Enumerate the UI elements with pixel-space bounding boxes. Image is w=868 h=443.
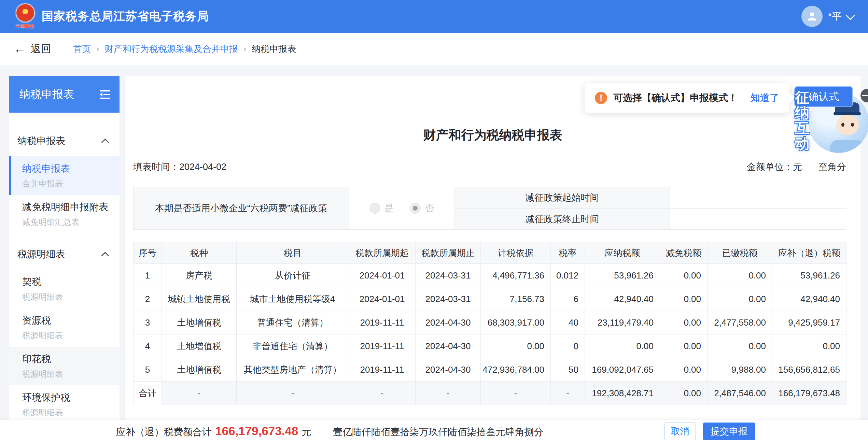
radio-label: 否 <box>425 202 434 215</box>
mascot-eye <box>851 123 854 127</box>
table-total-cell: - <box>237 382 349 405</box>
back-button[interactable]: ← 返回 <box>14 42 51 56</box>
sidebar-group-header[interactable]: 纳税申报表 <box>9 130 120 152</box>
fill-time: 填表时间：2024-04-02 <box>133 161 226 173</box>
sidebar-item-减免税明细申报附表[interactable]: 减免税明细申报附表减免明细汇总表 <box>9 195 120 233</box>
column-header: 已缴税额 <box>708 242 772 264</box>
page: 中国税务 国家税务总局江苏省电子税务局 *平 ← 返回 首页 › 财产和行为税税… <box>0 0 868 443</box>
sidebar-title: 纳税申报表 <box>19 87 74 102</box>
column-header: 税种 <box>162 242 237 264</box>
sidebar-item-subtitle: 合并申报表 <box>22 178 114 189</box>
tax-bureau-logo: 中国税务 <box>16 3 35 29</box>
table-cell: 9,988.00 <box>708 358 772 382</box>
collapse-sidebar-icon[interactable] <box>99 89 111 100</box>
table-total-cell: - <box>416 382 481 405</box>
assistant-badge-char: 纳 <box>795 105 809 120</box>
radio-option-否[interactable]: 否 <box>410 202 434 215</box>
table-total-cell: - <box>349 382 416 405</box>
breadcrumb-bar: ← 返回 首页 › 财产和行为税税源采集及合并申报 › 纳税申报表 <box>0 33 868 65</box>
sidebar-nav: 纳税申报表纳税申报表合并申报表减免税明细申报附表减免明细汇总表税源明细表契税税源… <box>9 113 120 420</box>
person-icon <box>805 10 819 23</box>
sidebar-group-label: 纳税申报表 <box>17 134 65 147</box>
table-header-row: 序号税种税目税款所属期起税款所属期止计税依据税率应纳税额减免税额已缴税额应补（退… <box>134 242 846 264</box>
national-emblem-icon <box>16 3 35 23</box>
table-cell: 7,156.73 <box>481 287 551 311</box>
breadcrumb-home[interactable]: 首页 <box>73 43 91 55</box>
sidebar-item-subtitle: 税源明细表 <box>22 369 114 380</box>
mascot-eye <box>841 123 844 127</box>
table-cell: 0.00 <box>772 334 846 358</box>
warning-icon: ! <box>595 92 607 104</box>
footer-bar: 应补（退）税费额合计 166,179,673.48 元 壹亿陆仟陆佰壹拾柒万玖仟… <box>0 420 868 443</box>
column-header: 减免税额 <box>660 242 708 264</box>
reduction-end-value <box>670 208 846 229</box>
cancel-button[interactable]: 取消 <box>664 423 696 440</box>
main-card: ! 可选择【确认式】申报模式！ 知道了 征纳互动 确认式 财产和行为税纳税申报表… <box>125 76 860 420</box>
sidebar-item-title: 契税 <box>22 275 114 288</box>
column-header: 应纳税额 <box>585 242 660 264</box>
breadcrumb-separator: › <box>96 44 99 54</box>
user-menu[interactable]: *平 <box>801 6 854 27</box>
assistant-badge-text: 征纳互动 <box>795 90 809 151</box>
sidebar-item-印花税[interactable]: 印花税税源明细表 <box>9 347 120 385</box>
table-total-cell: 0.00 <box>660 382 708 405</box>
sidebar-item-subtitle: 税源明细表 <box>22 330 114 341</box>
panel-collapse-handle[interactable] <box>860 89 868 102</box>
table-cell: 2019-11-11 <box>349 311 416 334</box>
chevron-up-icon[interactable] <box>101 252 109 260</box>
amount-unit-note: 金额单位：元至角分 <box>747 161 846 173</box>
chevron-down-icon[interactable] <box>846 11 855 20</box>
radio-option-是[interactable]: 是 <box>369 202 394 215</box>
notice-dismiss-link[interactable]: 知道了 <box>751 91 779 104</box>
sidebar-item-资源税[interactable]: 资源税税源明细表 <box>9 308 120 347</box>
table-cell: 2024-04-30 <box>416 311 481 334</box>
table-cell: 40 <box>551 311 585 334</box>
table-cell: 1 <box>134 264 162 287</box>
notice-message: 可选择【确认式】申报模式！ <box>613 91 738 104</box>
table-cell: 2,477,558.00 <box>708 311 772 334</box>
table-cell: 土地增值税 <box>162 311 237 334</box>
table-total-cell: - <box>481 382 551 405</box>
submit-button[interactable]: 提交申报 <box>703 423 755 440</box>
table-cell: 非普通住宅（清算） <box>237 334 349 358</box>
table-cell: 2024-04-30 <box>416 334 481 358</box>
table-total-cell: - <box>162 382 237 405</box>
breadcrumb-collection[interactable]: 财产和行为税税源采集及合并申报 <box>105 43 238 55</box>
sidebar-item-契税[interactable]: 契税税源明细表 <box>9 270 120 308</box>
assistant-badge-char: 互 <box>795 120 809 136</box>
table-total-cell: 166,179,673.48 <box>772 382 846 405</box>
table-row: 2城镇土地使用税城市土地使用税等级42024-01-012024-03-317,… <box>134 287 846 311</box>
table-cell: 2019-11-11 <box>349 358 416 382</box>
policy-table: 本期是否适用小微企业“六税两费”减征政策 是否 减征政策起始时间 减征政策终止时… <box>133 187 846 230</box>
table-cell: 0.00 <box>660 311 708 334</box>
declaration-table-wrap: 序号税种税目税款所属期起税款所属期止计税依据税率应纳税额减免税额已缴税额应补（退… <box>133 242 846 405</box>
table-cell: 2 <box>134 287 162 311</box>
table-cell: 从价计征 <box>237 264 349 287</box>
sidebar-item-纳税申报表[interactable]: 纳税申报表合并申报表 <box>9 156 120 195</box>
column-header: 税目 <box>237 242 349 264</box>
table-cell: 0.00 <box>585 334 660 358</box>
sidebar-item-title: 环境保护税 <box>22 391 114 404</box>
mascot-face <box>836 115 859 135</box>
sidebar-item-环境保护税[interactable]: 环境保护税税源明细表 <box>9 385 120 420</box>
user-avatar[interactable] <box>801 6 823 27</box>
radio-label: 是 <box>384 202 394 215</box>
amount-unit-label: 金额单位：元 <box>747 162 802 172</box>
reduction-start-label: 减征政策起始时间 <box>454 187 670 208</box>
table-cell: 城镇土地使用税 <box>162 287 237 311</box>
table-cell: 2024-01-01 <box>349 287 416 311</box>
sidebar-group-items: 契税税源明细表资源税税源明细表印花税税源明细表环境保护税税源明细表城镇土地使用税… <box>9 270 120 420</box>
table-row: 3土地增值税普通住宅（清算）2019-11-112024-04-3068,303… <box>134 311 846 334</box>
chevron-up-icon[interactable] <box>101 139 109 146</box>
assistant-badge-char: 征 <box>795 90 809 105</box>
table-cell: 房产税 <box>162 264 237 287</box>
sidebar-group-header[interactable]: 税源明细表 <box>9 244 120 265</box>
table-cell: 0.00 <box>481 334 551 358</box>
fill-time-value: 2024-04-02 <box>179 162 226 172</box>
back-arrow-icon: ← <box>14 43 26 55</box>
reduction-start-value <box>670 187 846 208</box>
breadcrumb-current: 纳税申报表 <box>252 43 296 55</box>
table-cell: 0.00 <box>660 287 708 311</box>
table-cell: 0.00 <box>660 334 708 358</box>
table-cell: 156,656,812.65 <box>772 358 846 382</box>
